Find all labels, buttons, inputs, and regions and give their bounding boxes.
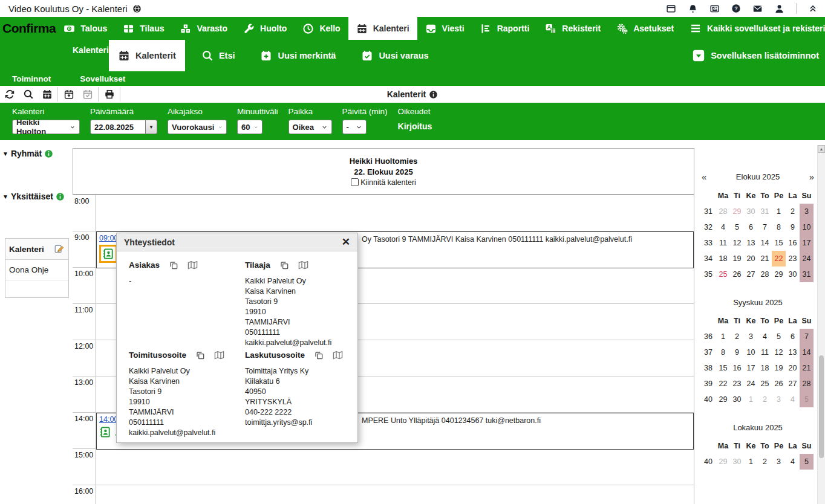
mini-calendar-day[interactable]: 6 bbox=[744, 219, 758, 235]
popup-header[interactable]: Yhteystiedot ✕ bbox=[117, 233, 357, 251]
mini-calendar-day[interactable]: 28 bbox=[716, 204, 730, 219]
mail-icon[interactable] bbox=[752, 4, 763, 14]
nav-tab-tilaus[interactable]: Tilaus bbox=[115, 17, 172, 40]
mini-calendar-day[interactable]: 22 bbox=[716, 376, 730, 392]
pin-calendar-checkbox[interactable] bbox=[351, 178, 359, 186]
mini-calendar-day[interactable]: 1 bbox=[716, 329, 730, 344]
mini-calendar-day[interactable]: 31 bbox=[800, 267, 814, 282]
print-button[interactable] bbox=[100, 86, 119, 103]
place-select[interactable]: Oikea bbox=[289, 120, 332, 134]
mini-calendar-day[interactable]: 30 bbox=[730, 392, 744, 407]
subnav-tab-etsi[interactable]: Etsi bbox=[192, 40, 244, 71]
mini-calendar-day[interactable]: 7 bbox=[800, 329, 814, 344]
mini-calendar-day[interactable]: 30 bbox=[786, 267, 800, 282]
mini-calendar-day[interactable]: 22 bbox=[772, 251, 786, 267]
mini-calendar-day[interactable]: 15 bbox=[772, 235, 786, 251]
calendar-view-button[interactable] bbox=[38, 86, 56, 103]
prev-month-button[interactable]: « bbox=[702, 172, 712, 182]
mini-calendar-day[interactable]: 28 bbox=[758, 267, 772, 282]
info-icon[interactable] bbox=[56, 192, 65, 201]
app-more-actions-button[interactable]: Sovelluksen lisätoiminnot bbox=[692, 40, 819, 71]
mini-calendar-day[interactable]: 8 bbox=[716, 344, 730, 360]
mini-calendar-day[interactable]: 9 bbox=[786, 219, 800, 235]
mini-calendar-day[interactable]: 2 bbox=[758, 392, 772, 407]
mini-calendar-day[interactable]: 30 bbox=[744, 204, 758, 219]
help-icon[interactable] bbox=[731, 4, 741, 13]
copy-icon[interactable] bbox=[279, 260, 289, 270]
map-icon[interactable] bbox=[188, 260, 198, 270]
menu-sovellukset[interactable]: Sovellukset bbox=[80, 74, 125, 83]
window-icon[interactable] bbox=[666, 4, 676, 14]
mini-calendar-day[interactable]: 24 bbox=[800, 251, 814, 267]
mini-calendar-day[interactable]: 29 bbox=[716, 392, 730, 407]
mini-calendar-day[interactable]: 11 bbox=[758, 344, 772, 360]
event-time-link[interactable]: 09:00 bbox=[99, 234, 118, 242]
calendar-select[interactable]: Heikki Huolton bbox=[12, 120, 80, 134]
mini-calendar-day[interactable]: 5 bbox=[800, 454, 814, 470]
mini-calendar-day[interactable]: 31 bbox=[758, 204, 772, 219]
calendar-list-item[interactable]: Oona Ohje bbox=[5, 260, 68, 280]
mini-calendar-day[interactable]: 20 bbox=[744, 251, 758, 267]
mini-calendar-day[interactable]: 29 bbox=[772, 267, 786, 282]
period-select[interactable]: Vuorokausi bbox=[168, 120, 227, 134]
mini-calendar-day[interactable]: 14 bbox=[758, 235, 772, 251]
close-icon[interactable]: ✕ bbox=[342, 237, 350, 247]
contact-card-icon[interactable] bbox=[99, 426, 111, 438]
edit-icon[interactable] bbox=[54, 244, 65, 254]
next-month-button[interactable]: » bbox=[803, 172, 814, 182]
mini-calendar-day[interactable]: 7 bbox=[758, 219, 772, 235]
mini-calendar-day[interactable]: 5 bbox=[730, 219, 744, 235]
mini-calendar-day[interactable]: 26 bbox=[730, 267, 744, 282]
mini-calendar-day[interactable]: 21 bbox=[758, 251, 772, 267]
map-icon[interactable] bbox=[214, 350, 224, 360]
mini-calendar-day[interactable]: 2 bbox=[730, 329, 744, 344]
mini-calendar-day[interactable]: 12 bbox=[730, 235, 744, 251]
news-icon[interactable] bbox=[709, 4, 720, 14]
contact-card-icon[interactable] bbox=[99, 245, 117, 263]
minute-interval-select[interactable]: 60 bbox=[237, 120, 262, 134]
mini-calendar-day[interactable]: 4 bbox=[786, 454, 800, 470]
mini-calendar-day[interactable]: 14 bbox=[800, 344, 814, 360]
mini-calendar-day[interactable]: 1 bbox=[744, 392, 758, 407]
mini-calendar-day[interactable]: 11 bbox=[716, 235, 730, 251]
nav-tab-raportti[interactable]: Raportti bbox=[472, 17, 538, 40]
mini-calendar-day[interactable]: 3 bbox=[772, 454, 786, 470]
mini-calendar-day[interactable]: 17 bbox=[800, 235, 814, 251]
map-icon[interactable] bbox=[333, 350, 343, 360]
time-row-15-00[interactable]: 15:00 bbox=[73, 449, 694, 485]
map-icon[interactable] bbox=[298, 260, 308, 270]
mini-calendar-day[interactable]: 4 bbox=[786, 392, 800, 407]
nav-tab-kello[interactable]: Kello bbox=[295, 17, 348, 40]
subnav-tab-uusi-varaus[interactable]: Uusi varaus bbox=[352, 40, 437, 71]
mini-calendar-day[interactable]: 13 bbox=[786, 344, 800, 360]
new-reservation-button[interactable] bbox=[78, 86, 97, 103]
mini-calendar-day[interactable]: 18 bbox=[716, 251, 730, 267]
mini-calendar-day[interactable]: 29 bbox=[730, 204, 744, 219]
time-row-16-00[interactable]: 16:00 bbox=[73, 485, 694, 504]
date-picker-button[interactable]: ▼ bbox=[146, 120, 157, 134]
mini-calendar-day[interactable]: 5 bbox=[772, 329, 786, 344]
nav-tab-viesti[interactable]: Viesti bbox=[417, 17, 472, 40]
notifications-icon[interactable] bbox=[688, 4, 698, 14]
mini-calendar-day[interactable]: 8 bbox=[772, 219, 786, 235]
refresh-button[interactable] bbox=[0, 86, 19, 103]
mini-calendar-day[interactable]: 10 bbox=[800, 219, 814, 235]
mini-calendar-day[interactable]: 23 bbox=[730, 376, 744, 392]
mini-calendar-day[interactable]: 4 bbox=[758, 329, 772, 344]
new-entry-button[interactable] bbox=[59, 86, 78, 103]
individuals-section-toggle[interactable]: ▼ Yksittäiset bbox=[2, 192, 65, 201]
mini-calendar-day[interactable]: 21 bbox=[800, 360, 814, 376]
mini-calendar-day[interactable]: 10 bbox=[744, 344, 758, 360]
copy-icon[interactable] bbox=[195, 351, 205, 360]
mini-calendar-day[interactable]: 28 bbox=[800, 376, 814, 392]
date-input[interactable]: 22.08.2025 bbox=[90, 120, 146, 134]
mini-calendar-day[interactable]: 20 bbox=[786, 360, 800, 376]
mini-calendar-day[interactable]: 17 bbox=[744, 360, 758, 376]
mini-calendar-day[interactable]: 2 bbox=[758, 454, 772, 470]
nav-tab-huolto[interactable]: Huolto bbox=[235, 17, 295, 40]
mini-calendar-day[interactable]: 5 bbox=[800, 392, 814, 407]
event-time-link[interactable]: 14:00 bbox=[99, 415, 118, 424]
collapse-icon[interactable] bbox=[808, 4, 818, 13]
subnav-tab-kalenterit[interactable]: Kalenterit bbox=[109, 40, 185, 71]
copy-icon[interactable] bbox=[169, 260, 178, 270]
